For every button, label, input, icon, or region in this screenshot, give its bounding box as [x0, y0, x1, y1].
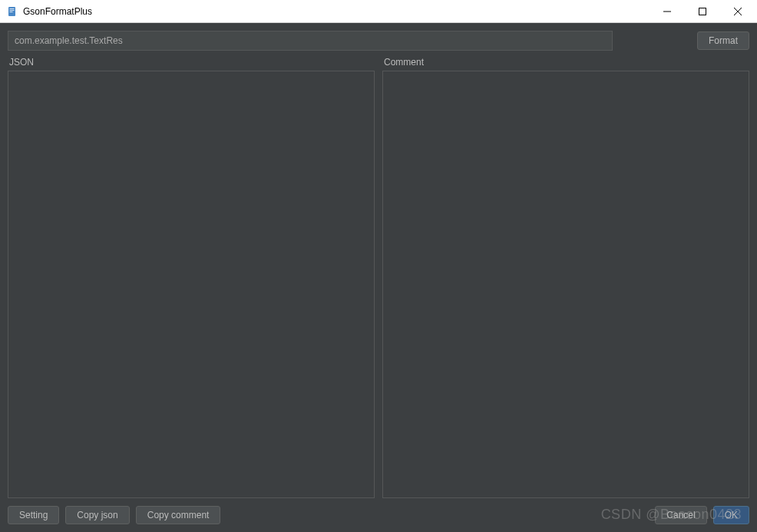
svg-rect-3 — [10, 12, 13, 12]
window-titlebar: GsonFormatPlus — [0, 0, 757, 23]
window-controls — [650, 0, 755, 23]
panels-container — [8, 71, 749, 498]
copy-comment-button[interactable]: Copy comment — [136, 506, 221, 524]
copy-json-button[interactable]: Copy json — [65, 506, 129, 524]
comment-label: Comment — [382, 57, 749, 68]
bottom-row: Setting Copy json Copy comment Cancel OK — [8, 506, 749, 524]
svg-rect-2 — [10, 10, 15, 11]
panel-labels: JSON Comment — [8, 57, 749, 68]
ok-button[interactable]: OK — [713, 506, 749, 524]
close-button[interactable] — [720, 0, 755, 23]
json-label: JSON — [8, 57, 375, 68]
content-area: Format JSON Comment Setting Copy json Co… — [0, 23, 757, 532]
class-path-input[interactable] — [8, 31, 613, 51]
app-icon — [6, 5, 18, 18]
svg-rect-1 — [10, 8, 15, 9]
cancel-button[interactable]: Cancel — [655, 506, 706, 524]
format-button[interactable]: Format — [697, 31, 749, 50]
top-row: Format — [8, 31, 749, 51]
setting-button[interactable]: Setting — [8, 506, 59, 524]
comment-textarea[interactable] — [382, 71, 749, 498]
svg-rect-5 — [699, 8, 706, 15]
window-title: GsonFormatPlus — [23, 6, 650, 17]
json-textarea[interactable] — [8, 71, 375, 498]
maximize-button[interactable] — [685, 0, 720, 23]
minimize-button[interactable] — [650, 0, 685, 23]
